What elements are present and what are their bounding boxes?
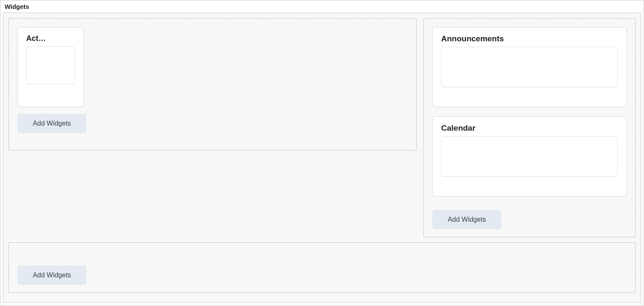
- right-widgets-stack: Announcements Calendar: [432, 27, 627, 203]
- widgets-canvas: Act… Add Widgets Announcements Calendar: [3, 13, 641, 303]
- drop-zone-bottom[interactable]: Add Widgets: [8, 242, 636, 293]
- add-widgets-button[interactable]: Add Widgets: [17, 114, 86, 133]
- widget-card-activity[interactable]: Act…: [17, 27, 84, 107]
- widget-title: Act…: [26, 34, 75, 43]
- widget-title: Calendar: [441, 123, 618, 133]
- add-widgets-button[interactable]: Add Widgets: [17, 266, 86, 285]
- drop-zone-right[interactable]: Announcements Calendar Add Widgets: [423, 18, 636, 237]
- widget-preview: [26, 46, 75, 84]
- widget-title: Announcements: [441, 34, 618, 43]
- widgets-editor-frame: Widgets Act… Add Widgets Announcements: [0, 0, 644, 306]
- widget-preview: [441, 136, 618, 177]
- add-widgets-button[interactable]: Add Widgets: [432, 210, 501, 229]
- drop-zone-left[interactable]: Act… Add Widgets: [8, 18, 417, 150]
- widget-card-calendar[interactable]: Calendar: [432, 116, 627, 196]
- widget-preview: [441, 47, 618, 87]
- top-row: Act… Add Widgets Announcements Calendar: [8, 18, 636, 237]
- section-title: Widgets: [0, 0, 644, 12]
- widget-card-announcements[interactable]: Announcements: [432, 27, 627, 107]
